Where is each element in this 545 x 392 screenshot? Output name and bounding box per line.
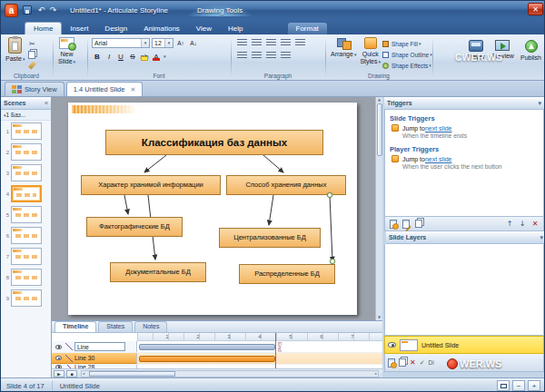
shape-effects-button[interactable]: Shape Effects▾ — [382, 60, 432, 71]
tab-help[interactable]: Help — [220, 23, 251, 34]
paste-button[interactable]: Paste▾ — [4, 36, 26, 71]
timeline-row-selected[interactable]: Line 30 — [52, 353, 382, 365]
tab-states[interactable]: States — [98, 321, 133, 332]
scroll-right-icon[interactable]: ▸ — [375, 371, 377, 376]
timeline-object-bar-selected[interactable] — [139, 356, 275, 362]
selection-handle[interactable] — [330, 259, 335, 264]
line-spacing-icon[interactable] — [295, 39, 305, 46]
tab-home[interactable]: Home — [25, 22, 62, 34]
slide-thumbnail[interactable]: 5 — [1, 204, 51, 225]
slide-thumbnail[interactable]: 1 — [1, 121, 51, 142]
arrange-button[interactable]: Arrange▾ — [329, 36, 358, 71]
canvas-vertical-scrollbar[interactable]: ▲ ▼ — [375, 97, 382, 320]
close-button[interactable]: ✕ — [528, 3, 543, 15]
align-center-icon[interactable] — [252, 52, 262, 59]
bullets-icon[interactable] — [237, 39, 247, 46]
scroll-left-icon[interactable]: ◂ — [83, 371, 84, 376]
triggers-header[interactable]: Triggers ▾ — [384, 97, 544, 110]
slide-thumbnail[interactable]: 8 — [1, 267, 51, 288]
diagram-box-info-character[interactable]: Характер хранимой информации — [81, 175, 221, 195]
numbering-icon[interactable] — [252, 39, 262, 46]
timeline-object-bar[interactable] — [139, 344, 275, 350]
font-size-combo[interactable]: 12▾ — [152, 38, 173, 48]
dim-option-label[interactable]: Di — [429, 359, 434, 366]
diagram-box-distributed[interactable]: Распределенные БД — [239, 264, 335, 284]
slide-thumbnail[interactable]: 2 — [1, 142, 51, 162]
layer-visibility-eye-icon[interactable] — [388, 342, 396, 348]
scroll-up-icon[interactable]: ▲ — [378, 97, 381, 102]
quick-styles-button[interactable]: Quick Styles▾ — [358, 36, 382, 71]
redo-icon[interactable]: ↷ — [47, 5, 59, 16]
tab-story-view[interactable]: Story View — [5, 82, 64, 96]
tab-view[interactable]: View — [188, 23, 220, 34]
undo-icon[interactable]: ↶ — [35, 5, 47, 16]
save-icon[interactable] — [23, 5, 32, 15]
justify-icon[interactable] — [281, 52, 291, 59]
player-button[interactable]: Player — [465, 39, 487, 63]
diagram-box-documentary[interactable]: Документальные БД — [110, 262, 206, 282]
tab-slide-1-4[interactable]: 1.4 Untitled Slide ✕ — [66, 82, 144, 96]
visibility-eye-icon[interactable] — [55, 345, 62, 349]
tab-timeline[interactable]: Timeline — [54, 321, 96, 332]
base-layer-row-selected[interactable]: Untitled Slide — [384, 336, 544, 354]
trigger-target-link[interactable]: next slide — [425, 156, 452, 162]
shrink-font-icon[interactable]: A↓ — [188, 37, 199, 48]
triggers-menu-icon[interactable]: ▾ — [538, 100, 541, 107]
timeline-ruler[interactable]: 1 2 3 4 5 6 7 — [137, 333, 382, 341]
highlight-color-button[interactable]: ab — [139, 51, 150, 62]
tab-notes[interactable]: Notes — [134, 321, 167, 332]
collapse-panel-icon[interactable]: « — [45, 100, 48, 106]
diagram-title-box[interactable]: Классификация баз данных — [105, 130, 323, 155]
timeline-horizontal-scrollbar[interactable]: ◂ ▸ — [81, 370, 379, 377]
tab-format[interactable]: Format — [288, 23, 327, 34]
tab-animations[interactable]: Animations — [135, 23, 188, 34]
copy-icon[interactable] — [26, 49, 37, 60]
copy-trigger-button[interactable] — [412, 218, 425, 230]
close-tab-icon[interactable]: ✕ — [130, 86, 135, 93]
grow-font-icon[interactable]: A↑ — [175, 37, 186, 48]
tab-design[interactable]: Design — [96, 23, 135, 34]
fit-to-window-button[interactable] — [497, 380, 510, 391]
slide-thumbnail[interactable]: 3 — [1, 162, 51, 183]
slide-layers-header[interactable]: Slide Layers ▾ — [386, 231, 545, 244]
edit-trigger-button[interactable] — [400, 218, 412, 230]
trigger-target-link[interactable]: next slide — [425, 125, 452, 132]
connector-line[interactable] — [124, 195, 128, 214]
connector-line[interactable] — [263, 155, 283, 172]
diagram-box-factographic[interactable]: Фактографические БД — [86, 217, 183, 237]
slide-trigger-item[interactable]: Jump to next slide — [391, 124, 543, 132]
timeline-row[interactable]: Line — [52, 341, 382, 353]
scrollbar-thumb[interactable] — [377, 103, 382, 156]
tab-insert[interactable]: Insert — [62, 23, 96, 34]
slide-thumbnail[interactable]: 6 — [1, 225, 51, 246]
scroll-down-icon[interactable]: ▼ — [378, 315, 381, 319]
timeline-end-marker[interactable] — [275, 333, 276, 368]
font-family-combo[interactable]: Arial▾ — [92, 38, 150, 48]
diagram-box-centralized[interactable]: Централизованные БД — [219, 228, 321, 248]
new-slide-button[interactable]: New Slide▾ — [56, 36, 77, 66]
shape-outline-button[interactable]: Shape Outline▾ — [382, 49, 432, 60]
preview-button[interactable]: Preview — [490, 39, 516, 63]
slide-thumbnail[interactable]: 7 — [1, 246, 51, 267]
strikethrough-button[interactable]: S — [127, 51, 138, 62]
font-color-dropdown-icon[interactable]: ▾ — [164, 54, 166, 59]
align-right-icon[interactable] — [266, 52, 276, 59]
connector-line[interactable] — [269, 195, 273, 225]
play-button[interactable]: ▶ — [54, 370, 64, 377]
format-painter-icon[interactable] — [26, 60, 37, 71]
duplicate-layer-icon[interactable] — [399, 358, 406, 367]
stop-button[interactable]: ■ — [66, 370, 77, 377]
selection-handle[interactable] — [327, 192, 332, 198]
align-left-icon[interactable] — [237, 52, 247, 59]
connector-line-selected[interactable] — [330, 195, 332, 261]
publish-button[interactable]: Publish — [519, 39, 543, 63]
player-trigger-item[interactable]: Jump to next slide — [391, 155, 543, 162]
zoom-out-button[interactable]: − — [512, 380, 525, 391]
scene-item[interactable]: ▾ 1 Баз... — [1, 110, 51, 121]
slide-thumbnail-selected[interactable]: 4 — [1, 183, 51, 204]
slide-canvas[interactable]: Классификация баз данных Характер храним… — [52, 97, 375, 320]
shape-fill-button[interactable]: Shape Fill▾ — [382, 38, 432, 49]
font-color-button[interactable]: A — [151, 51, 162, 62]
delete-trigger-icon[interactable]: ✕ — [529, 218, 541, 230]
slide-layers-menu-icon[interactable]: ▾ — [540, 234, 543, 241]
